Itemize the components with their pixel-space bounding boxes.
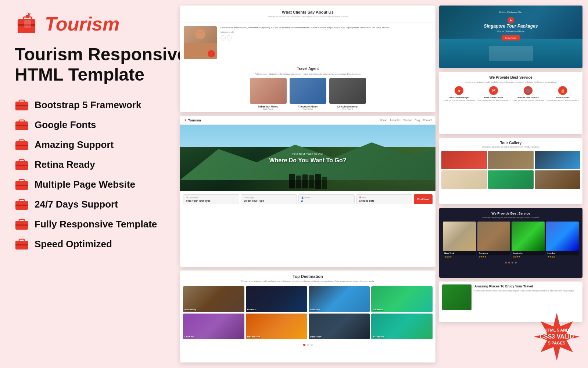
agent-photo-2 [290, 78, 326, 104]
dark-place-img-1 [443, 222, 476, 251]
feature-label: Amazing Support [35, 139, 114, 151]
service-desc-2: Lorem ipsum dolor sit amet consectetur [477, 99, 510, 102]
badge-line3: 5 PAGES [539, 340, 574, 346]
brand-name: Tourism [45, 13, 119, 35]
suitcase-icon-responsive [15, 217, 29, 231]
dark-place-name-4: London [546, 251, 579, 255]
suitcase-icon-multiple [15, 177, 29, 191]
agent-role-2: Tour Guide [290, 108, 326, 110]
hero-background: Find Next Place To Visit Where Do You Wa… [180, 125, 435, 191]
nav-home: Home [380, 119, 387, 121]
nav-blog: Blog [415, 119, 420, 121]
dest-label-4: Marakana [373, 308, 383, 311]
agent-name-3: Lincoln Anthony [329, 105, 366, 108]
dest-item-2: Bielefeld [246, 286, 307, 312]
destination-grid: Huremberg Bielefeld Hamburg Marakana Che… [180, 286, 435, 342]
service-name-2: Best Travel Guide [477, 96, 510, 99]
places-title: Amazing Places To Enjoy Your Travel [474, 284, 574, 288]
nav-contact: Contact [423, 119, 432, 121]
dot-1 [303, 344, 305, 346]
dest-label-8: Wiesbaden [373, 336, 384, 338]
service-desc-3: Lorem ipsum dolor sit amet consectetur [512, 99, 544, 102]
world-class-icon: 🌐 [524, 86, 533, 95]
agent-card-3: Lincoln Anthony Tour Agent [329, 78, 366, 110]
main-title: Tourism Responsive HTML Template [15, 44, 198, 85]
agent-card-1: Sebastian Mateo Tour Agent [250, 78, 287, 110]
feature-label: Bootstrap 5 Framework [35, 99, 141, 111]
hero-text: Find Next Place To Visit Where Do You Wa… [269, 152, 346, 164]
dest-label-6: Oberhausen [247, 336, 260, 338]
dark-place-name-1: New York [443, 251, 476, 255]
hero-sky [180, 125, 435, 147]
svg-rect-22 [15, 205, 28, 206]
agent-card-2: Theodore Aiden Tour Guide [290, 78, 326, 110]
dest-label-2: Bielefeld [247, 308, 257, 311]
suitcase-icon-retina [15, 158, 29, 171]
cdot-4 [515, 262, 517, 263]
holiday-play-btn[interactable]: ▶ [508, 17, 514, 24]
places-image [442, 284, 472, 310]
hero-people [289, 174, 327, 189]
agent-name-2: Theodore Aiden [290, 105, 326, 108]
dest-item-8: Wiesbaden [371, 314, 433, 339]
service-name-1: Exclusive Packages [443, 96, 475, 99]
suitcase-icon-support [15, 138, 29, 152]
gallery-item-6 [535, 170, 580, 189]
feature-multiple-page: Multiple Page Website [15, 175, 198, 194]
exclusive-packages-icon: ★ [455, 86, 463, 95]
agent-photo-3 [329, 78, 366, 104]
svg-rect-7 [15, 105, 28, 106]
dot-2 [307, 344, 309, 346]
testimonial-content: Lorem ipsum dolor sit amet, consectetur … [220, 26, 432, 59]
svg-rect-15 [19, 160, 24, 162]
dark-services-content: We Provide Best Service consectetur adip… [439, 208, 582, 278]
feature-247: 24/7 Days Support [15, 195, 198, 213]
secure-icon: 🔒 [558, 86, 567, 95]
feature-label: Fully Responsive Template [35, 219, 157, 230]
dest-item-5: Chemnitz [183, 314, 244, 339]
cdot-1 [505, 262, 507, 263]
places-description: Lorem ipsum dolor sit amet, consectetur … [474, 290, 574, 292]
services-subtitle: consectetur adipiscing elit, sed do eius… [443, 81, 579, 83]
search-person: 👤 Person 2 [298, 194, 355, 204]
agent-role-1: Tour Agent [250, 108, 287, 110]
dark-stars-3: ★★★★ [512, 255, 545, 259]
svg-rect-19 [15, 185, 28, 186]
hero-card: ✈ Tourism Home About Us Service Blog Con… [180, 116, 435, 267]
service-desc-4: Lorem ipsum dolor sit amet consectetur [546, 99, 579, 102]
dark-services-card: We Provide Best Service consectetur adip… [439, 208, 582, 278]
nav-about: About Us [390, 119, 401, 121]
testimonial-header: What Clients Say About Us Lorem ipsum do… [180, 6, 435, 22]
service-name-3: World Class Service [512, 96, 544, 99]
dark-services-title: We Provide Best Service [443, 212, 579, 215]
hero-navbar: ✈ Tourism Home About Us Service Blog Con… [180, 116, 435, 125]
holiday-btn[interactable]: Know More [502, 35, 520, 40]
feature-label: 24/7 Days Support [35, 199, 118, 210]
logo-area: Tourism [15, 11, 198, 37]
service-item-3: 🌐 World Class Service Lorem ipsum dolor … [512, 86, 544, 102]
services-title: We Provide Best Service [443, 75, 579, 79]
dark-place-img-2 [477, 222, 510, 251]
feature-amazing-support: Amazing Support [15, 135, 198, 154]
services-grid: ★ Exclusive Packages Lorem ipsum dolor s… [443, 86, 579, 102]
dest-label-1: Huremberg [184, 308, 196, 311]
svg-rect-13 [15, 145, 28, 146]
svg-rect-27 [19, 239, 24, 242]
travel-agent-section: Travel Agent Pellentesque habitant morbi… [180, 63, 435, 112]
suitcase-icon-247 [15, 197, 29, 211]
svg-rect-12 [19, 140, 24, 142]
holiday-card: Holiday Packages Offer ▶ Singapore Tour … [439, 6, 582, 68]
search-when: 📅 When Choose date [356, 194, 412, 204]
search-tour-type: 🏷 Tour Type Select Tour Type [241, 194, 297, 204]
svg-rect-16 [15, 165, 28, 166]
feature-responsive: Fully Responsive Template [15, 215, 198, 233]
service-name-4: 100% Secure [546, 96, 579, 99]
svg-rect-4 [24, 20, 31, 28]
testimonial-image [184, 26, 217, 59]
svg-rect-21 [19, 199, 24, 202]
testimonial-title: What Clients Say About Us [184, 10, 431, 14]
travel-guide-icon: 🗺 [489, 86, 498, 95]
gallery-item-4 [441, 170, 487, 189]
cdot-2 [508, 262, 510, 263]
search-button[interactable]: Find Now [414, 194, 433, 204]
